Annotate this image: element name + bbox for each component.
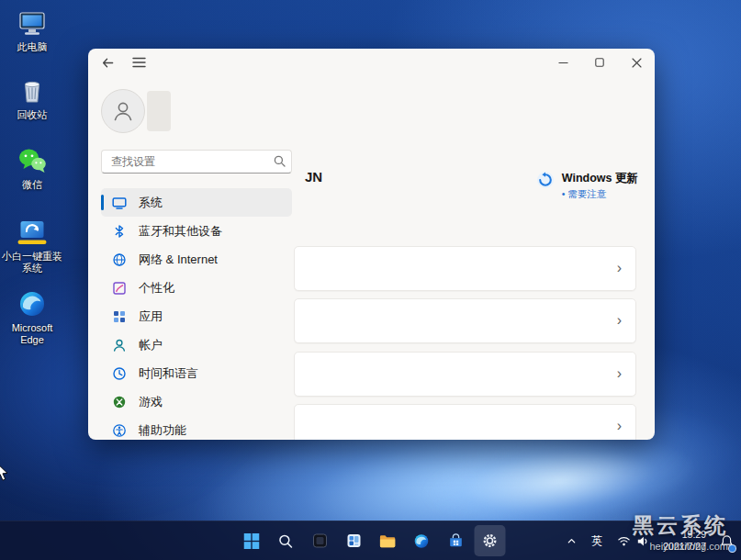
- notification-center-button[interactable]: [716, 525, 737, 556]
- sidebar-item-label: 辅助功能: [139, 422, 186, 439]
- chevron-right-icon: ›: [617, 417, 622, 433]
- sidebar-item-label: 游戏: [139, 394, 163, 410]
- ime-indicator[interactable]: 英: [583, 525, 611, 556]
- chevron-up-icon: [567, 536, 577, 546]
- quick-settings-button[interactable]: [613, 525, 653, 556]
- sidebar-item-label: 个性化: [139, 280, 174, 297]
- windows-logo-icon: [244, 533, 260, 549]
- chevron-right-icon: ›: [617, 364, 622, 381]
- sidebar-item-apps[interactable]: 应用: [101, 302, 292, 330]
- hidden-icons-button[interactable]: [563, 525, 580, 556]
- desktop-icon-label: Microsoft Edge: [2, 322, 62, 346]
- person-icon: [111, 99, 135, 123]
- task-view-button[interactable]: [304, 525, 335, 556]
- sidebar-item-label: 帐户: [139, 337, 163, 353]
- settings-row[interactable]: ›: [294, 298, 636, 343]
- windows-update-status: • 需要注意: [562, 188, 638, 201]
- desktop-icon-label: 回收站: [17, 109, 48, 121]
- desktop-icon-wechat[interactable]: 微信: [2, 145, 62, 191]
- desktop-icon-edge[interactable]: Microsoft Edge: [2, 288, 62, 346]
- system-tray: 英 15:29 2021/7/27: [563, 521, 737, 560]
- sidebar-item-accessibility[interactable]: 辅助功能: [101, 416, 292, 440]
- desktop-icon-label: 小白一键重装系统: [2, 251, 62, 274]
- settings-row[interactable]: ›: [294, 246, 636, 291]
- device-name-fragment: JN: [305, 169, 322, 185]
- settings-row[interactable]: ›: [294, 404, 636, 440]
- chevron-right-icon: ›: [617, 311, 622, 328]
- bluetooth-icon: [112, 224, 127, 239]
- user-avatar[interactable]: [101, 89, 145, 133]
- navigation-menu-button[interactable]: [123, 49, 154, 76]
- desktop-icon-this-pc[interactable]: 此电脑: [2, 7, 62, 53]
- search-icon: [278, 533, 294, 549]
- taskbar: 英 15:29 2021/7/27: [0, 521, 741, 560]
- desktop: 此电脑 回收站 微信 小白一键重装系: [0, 0, 741, 560]
- windows-update-icon: [536, 171, 555, 189]
- taskbar-center-icons: [236, 521, 505, 560]
- accessibility-icon: [112, 423, 127, 438]
- desktop-icon-xiaobai[interactable]: 小白一键重装系统: [2, 217, 62, 274]
- search-taskbar-button[interactable]: [270, 525, 301, 556]
- settings-row[interactable]: ›: [294, 352, 636, 397]
- edge-icon: [17, 288, 48, 319]
- tray-date: 2021/7/27: [663, 541, 706, 553]
- start-button[interactable]: [236, 525, 267, 556]
- xbox-icon: [112, 395, 127, 409]
- sidebar-item-gaming[interactable]: 游戏: [101, 387, 292, 416]
- tray-time: 15:29: [682, 529, 706, 541]
- search-icon: [274, 155, 286, 167]
- settings-window: 系统 蓝牙和其他设备 网络 & Internet 个性化: [88, 49, 655, 440]
- windows-update-title: Windows 更新: [562, 171, 638, 186]
- xiaobai-reinstall-icon: [17, 217, 48, 248]
- sidebar-item-accounts[interactable]: 帐户: [101, 330, 292, 359]
- widgets-icon: [345, 532, 362, 549]
- settings-sidebar: 系统 蓝牙和其他设备 网络 & Internet 个性化: [101, 188, 292, 440]
- gear-icon: [481, 532, 498, 549]
- account-icon: [112, 338, 127, 353]
- folder-icon: [379, 532, 397, 550]
- speaker-icon: [635, 534, 649, 548]
- desktop-icon-label: 此电脑: [17, 41, 48, 53]
- search-input[interactable]: [101, 150, 292, 174]
- file-explorer-button[interactable]: [372, 525, 403, 556]
- network-icon: [617, 534, 631, 548]
- this-pc-icon: [17, 7, 48, 39]
- apps-icon: [112, 309, 127, 324]
- sidebar-item-time-language[interactable]: 时间和语言: [101, 359, 292, 387]
- sidebar-item-label: 时间和语言: [139, 365, 198, 382]
- sidebar-item-bluetooth-devices[interactable]: 蓝牙和其他设备: [101, 217, 292, 245]
- clock-tray[interactable]: 15:29 2021/7/27: [656, 525, 713, 556]
- task-view-icon: [311, 532, 328, 549]
- clock-block: 15:29 2021/7/27: [659, 529, 710, 553]
- desktop-icon-label: 微信: [22, 179, 42, 191]
- system-icon: [112, 196, 127, 210]
- settings-main-pane: JN Windows 更新 • 需要注意 › › ›: [294, 49, 655, 440]
- sidebar-item-personalization[interactable]: 个性化: [101, 274, 292, 302]
- widgets-button[interactable]: [338, 525, 369, 556]
- back-button[interactable]: [92, 49, 123, 76]
- sidebar-item-network-internet[interactable]: 网络 & Internet: [101, 245, 292, 274]
- hamburger-icon: [132, 57, 146, 68]
- settings-taskbar-button[interactable]: [474, 525, 505, 556]
- ime-language-label: 英: [587, 533, 607, 549]
- sidebar-item-label: 蓝牙和其他设备: [139, 223, 222, 240]
- sidebar-item-system[interactable]: 系统: [101, 188, 292, 217]
- settings-search: [101, 150, 292, 174]
- mouse-cursor: [0, 462, 9, 482]
- windows-update-summary[interactable]: Windows 更新 • 需要注意: [536, 171, 638, 201]
- recycle-bin-icon: [17, 75, 48, 106]
- chevron-right-icon: ›: [617, 259, 622, 275]
- back-arrow-icon: [101, 56, 115, 70]
- personalization-icon: [112, 281, 127, 296]
- sidebar-item-label: 应用: [139, 308, 163, 325]
- microsoft-store-button[interactable]: [440, 525, 471, 556]
- clock-icon: [112, 366, 127, 381]
- globe-icon: [112, 252, 127, 267]
- sidebar-item-label: 系统: [139, 195, 163, 211]
- edge-taskbar-button[interactable]: [406, 525, 437, 556]
- notification-badge: [728, 544, 736, 553]
- edge-icon: [413, 532, 431, 550]
- loading-placeholder: [147, 91, 171, 131]
- store-icon: [447, 532, 464, 549]
- desktop-icon-recycle-bin[interactable]: 回收站: [2, 75, 62, 121]
